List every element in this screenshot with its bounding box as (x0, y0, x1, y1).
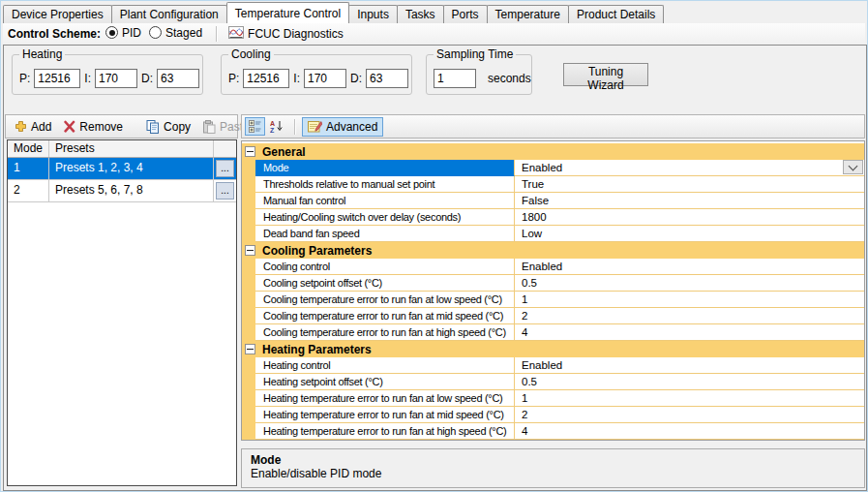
tab-device-properties[interactable]: Device Properties (3, 5, 112, 23)
heating-i-label: I: (84, 72, 91, 85)
tab-plant-configuration[interactable]: Plant Configuration (111, 5, 227, 23)
property-row-heating-temperature-error-to-run-fan-at-high-speed-c[interactable]: Heating temperature error to run fan at … (242, 423, 864, 440)
property-value[interactable]: 4 (515, 423, 864, 440)
property-value[interactable]: 1800 (515, 209, 864, 226)
modes-table-body: 1Presets 1, 2, 3, 4...2Presets 5, 6, 7, … (8, 158, 236, 202)
tab-ports[interactable]: Ports (443, 5, 488, 23)
presets-cell: Presets 5, 6, 7, 8 (49, 180, 214, 201)
column-header-presets[interactable]: Presets (49, 140, 214, 157)
property-value[interactable]: Enabled (515, 160, 864, 176)
heating-p-input[interactable] (34, 69, 80, 88)
fcuc-diagnostics-button[interactable]: FCUC Diagnostics (223, 23, 349, 45)
dropdown-button[interactable] (843, 160, 863, 174)
property-row-dead-band-fan-speed[interactable]: Dead band fan speedLow (242, 226, 864, 242)
column-header-mode[interactable]: Mode (8, 140, 49, 157)
category-gutter (242, 357, 255, 374)
category-gutter (242, 160, 255, 176)
property-value[interactable]: 2 (515, 308, 864, 324)
property-value[interactable]: 0.5 (515, 275, 864, 292)
property-row-heating-temperature-error-to-run-fan-at-low-speed-c[interactable]: Heating temperature error to run fan at … (242, 390, 864, 407)
property-row-cooling-control[interactable]: Cooling controlEnabled (242, 259, 864, 275)
control-scheme-label: Control Scheme: (8, 27, 101, 41)
category-gutter (242, 374, 255, 390)
cooling-i-input[interactable] (304, 69, 346, 88)
tuning-wizard-button[interactable]: Tuning Wizard (563, 63, 648, 86)
tab-bar: Device PropertiesPlant ConfigurationTemp… (3, 1, 865, 23)
remove-button[interactable]: Remove (57, 117, 129, 137)
property-value[interactable]: 1 (515, 292, 864, 308)
heating-p-label: P: (19, 72, 30, 85)
collapse-minus-icon[interactable] (245, 146, 255, 157)
property-value[interactable]: Enabled (515, 357, 864, 374)
property-value[interactable]: 2 (515, 407, 864, 423)
category-header-cooling-parameters[interactable]: Cooling Parameters (242, 242, 864, 259)
svg-text:Z: Z (270, 127, 275, 133)
add-button[interactable]: Add (9, 117, 57, 137)
presets-edit-button[interactable]: ... (216, 160, 234, 177)
collapse-minus-icon[interactable] (245, 344, 255, 354)
property-name: Heating control (255, 357, 515, 374)
property-value[interactable]: 0.5 (515, 374, 864, 390)
mode-row-2[interactable]: 2Presets 5, 6, 7, 8... (8, 180, 236, 202)
presets-cell: Presets 1, 2, 3, 4 (49, 158, 214, 179)
copy-button[interactable]: Copy (140, 117, 196, 137)
tab-temperature[interactable]: Temperature (487, 5, 569, 23)
property-value-text: 4 (522, 326, 527, 338)
radio-pid-icon[interactable] (105, 26, 118, 39)
categorized-button[interactable] (245, 117, 265, 136)
property-row-cooling-setpoint-offset-c[interactable]: Cooling setpoint offset (°C)0.5 (242, 275, 864, 292)
property-value[interactable]: 4 (515, 324, 864, 341)
property-row-heating-temperature-error-to-run-fan-at-mid-speed-c[interactable]: Heating temperature error to run fan at … (242, 407, 864, 423)
property-value[interactable]: 1 (515, 390, 864, 407)
category-gutter (242, 275, 255, 292)
radio-label-staged: Staged (165, 26, 202, 40)
tab-page-panel: Heating P: I: D: Cooling P: I: D: Sa (3, 45, 867, 491)
property-name: Cooling temperature error to run fan at … (255, 324, 515, 341)
cooling-p-input[interactable] (243, 69, 289, 88)
tab-product-details[interactable]: Product Details (568, 5, 664, 23)
category-header-heating-parameters[interactable]: Heating Parameters (242, 341, 864, 357)
radio-staged-icon[interactable] (149, 26, 162, 39)
property-value[interactable]: True (515, 176, 864, 193)
cooling-group-label: Cooling (228, 47, 274, 61)
property-row-cooling-temperature-error-to-run-fan-at-mid-speed-c[interactable]: Cooling temperature error to run fan at … (242, 308, 864, 324)
property-name: Mode (255, 160, 515, 176)
radio-label-pid: PID (122, 26, 141, 40)
heating-i-input[interactable] (95, 69, 137, 88)
collapse-minus-icon[interactable] (245, 245, 255, 256)
remove-icon (63, 120, 75, 133)
tab-inputs[interactable]: Inputs (348, 5, 398, 23)
advanced-button[interactable]: Advanced (302, 117, 383, 137)
property-value[interactable]: Low (515, 226, 864, 242)
tab-temperature-control[interactable]: Temperature Control (226, 2, 349, 23)
property-row-cooling-temperature-error-to-run-fan-at-high-speed-c[interactable]: Cooling temperature error to run fan at … (242, 324, 864, 341)
radio-option-pid[interactable]: PID (105, 26, 141, 40)
category-gutter (242, 308, 255, 324)
property-value-text: Enabled (522, 162, 562, 173)
cooling-d-input[interactable] (366, 69, 408, 88)
add-icon (15, 120, 27, 133)
property-row-mode[interactable]: ModeEnabled (242, 160, 864, 176)
svg-text:A: A (270, 120, 275, 127)
category-header-general[interactable]: General (242, 143, 864, 160)
property-value[interactable]: Enabled (515, 259, 864, 275)
property-value-text: False (522, 195, 549, 206)
property-value-text: 2 (522, 409, 527, 420)
heating-d-label: D: (141, 72, 153, 85)
radio-option-staged[interactable]: Staged (149, 26, 202, 40)
sampling-time-input[interactable] (434, 69, 476, 88)
presets-edit-button[interactable]: ... (216, 182, 234, 200)
property-row-heating-setpoint-offset-c[interactable]: Heating setpoint offset (°C)0.5 (242, 374, 864, 390)
chevron-down-icon (849, 161, 858, 170)
property-row-thresholds-relative-to-manual-set-point[interactable]: Thresholds relative to manual set pointT… (242, 176, 864, 193)
tab-tasks[interactable]: Tasks (397, 5, 444, 23)
property-row-cooling-temperature-error-to-run-fan-at-low-speed-c[interactable]: Cooling temperature error to run fan at … (242, 292, 864, 308)
property-row-heating-control[interactable]: Heating controlEnabled (242, 357, 864, 374)
mode-row-1[interactable]: 1Presets 1, 2, 3, 4... (8, 158, 236, 180)
property-row-heating-cooling-switch-over-delay-seconds[interactable]: Heating/Cooling switch over delay (secon… (242, 209, 864, 226)
property-row-manual-fan-control[interactable]: Manual fan controlFalse (242, 193, 864, 209)
heating-d-input[interactable] (157, 69, 199, 88)
property-value[interactable]: False (515, 193, 864, 209)
property-value-text: 0.5 (522, 376, 537, 387)
sort-alphabetical-button[interactable]: AZ (266, 117, 287, 136)
